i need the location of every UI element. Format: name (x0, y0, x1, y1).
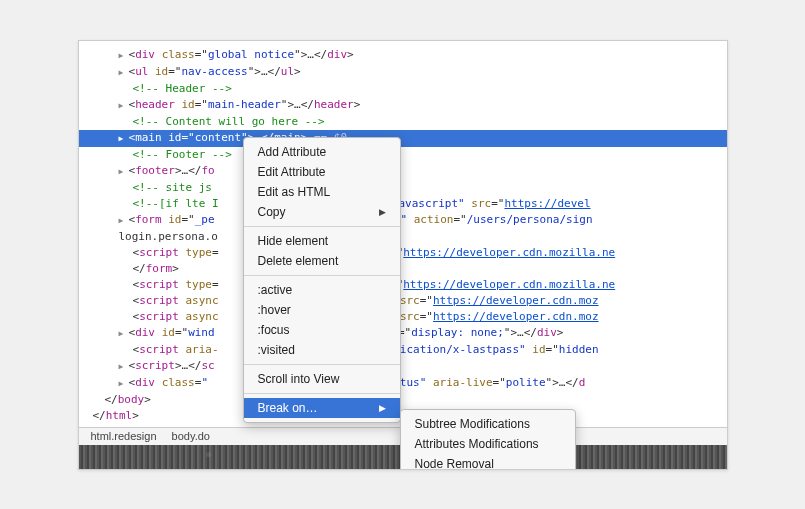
dom-node[interactable]: <script type="https://developer.cdn.mozi… (79, 277, 727, 293)
dom-node[interactable]: <div id="windle="display: none;">…</div> (79, 325, 727, 342)
expand-arrow-icon[interactable] (119, 375, 129, 392)
menu-edit-as-html[interactable]: Edit as HTML (244, 182, 400, 202)
dom-text[interactable]: login.persona.o (79, 229, 727, 245)
submenu-arrow-icon: ▶ (379, 207, 386, 217)
context-menu: Add Attribute Edit Attribute Edit as HTM… (243, 137, 401, 423)
breadcrumb-item[interactable]: html.redesign (85, 430, 163, 442)
menu-copy[interactable]: Copy▶ (244, 202, 400, 222)
dom-node[interactable]: <footer>…</fo (79, 163, 727, 180)
submenu-arrow-icon: ▶ (379, 403, 386, 413)
menu-force-focus[interactable]: :focus (244, 320, 400, 340)
dom-node[interactable]: <form id="_peost" action="/users/persona… (79, 212, 727, 229)
menu-edit-attribute[interactable]: Edit Attribute (244, 162, 400, 182)
menu-hide-element[interactable]: Hide element (244, 231, 400, 251)
menu-force-active[interactable]: :active (244, 280, 400, 300)
dom-node[interactable]: </body> (79, 392, 727, 408)
menu-separator (244, 226, 400, 227)
break-on-submenu: Subtree Modifications Attributes Modific… (400, 409, 576, 470)
dom-comment[interactable]: <!-- Content will go here --> (79, 114, 727, 130)
expand-arrow-icon[interactable] (119, 163, 129, 180)
menu-separator (244, 275, 400, 276)
expand-arrow-icon[interactable] (119, 64, 129, 81)
menu-add-attribute[interactable]: Add Attribute (244, 142, 400, 162)
dom-node[interactable]: <div class="status" aria-live="polite">…… (79, 375, 727, 392)
dom-comment[interactable]: <!-- site js (79, 180, 727, 196)
menu-force-hover[interactable]: :hover (244, 300, 400, 320)
dom-node-selected[interactable]: <main id="content">…</main> == $0 (79, 130, 727, 147)
submenu-node-removal[interactable]: Node Removal (401, 454, 575, 470)
expand-arrow-icon[interactable] (119, 325, 129, 342)
expand-arrow-icon[interactable] (119, 358, 129, 375)
dom-node[interactable]: <script async" src="https://developer.cd… (79, 309, 727, 325)
menu-separator (244, 393, 400, 394)
dom-node[interactable]: </form> (79, 261, 727, 277)
menu-force-visited[interactable]: :visited (244, 340, 400, 360)
dom-node[interactable]: <script aria-plication/x-lastpass" id="h… (79, 342, 727, 358)
expand-arrow-icon[interactable] (119, 97, 129, 114)
dom-node[interactable]: <ul id="nav-access">…</ul> (79, 64, 727, 81)
dom-node[interactable]: <script type="https://developer.cdn.mozi… (79, 245, 727, 261)
expand-arrow-icon[interactable] (119, 212, 129, 229)
devtools-panel: <div class="global notice">…</div> <ul i… (78, 40, 728, 470)
menu-scroll-into-view[interactable]: Scroll into View (244, 369, 400, 389)
dom-node[interactable]: <script async" src="https://developer.cd… (79, 293, 727, 309)
submenu-attributes-modifications[interactable]: Attributes Modifications (401, 434, 575, 454)
dom-node[interactable]: <script>…</sc (79, 358, 727, 375)
dom-node[interactable]: <!--[if lte It/javascript" src="https://… (79, 196, 727, 212)
dom-node[interactable]: <div class="global notice">…</div> (79, 47, 727, 64)
dom-comment[interactable]: <!-- Header --> (79, 81, 727, 97)
expand-arrow-icon[interactable] (119, 47, 129, 64)
submenu-subtree-modifications[interactable]: Subtree Modifications (401, 414, 575, 434)
dom-comment[interactable]: <!-- Footer --> (79, 147, 727, 163)
menu-break-on[interactable]: Break on…▶ (244, 398, 400, 418)
menu-separator (244, 364, 400, 365)
breadcrumb-item[interactable]: body.do (166, 430, 216, 442)
dom-tree[interactable]: <div class="global notice">…</div> <ul i… (79, 41, 727, 424)
menu-delete-element[interactable]: Delete element (244, 251, 400, 271)
expand-arrow-icon[interactable] (119, 130, 129, 147)
dom-node[interactable]: <header id="main-header">…</header> (79, 97, 727, 114)
